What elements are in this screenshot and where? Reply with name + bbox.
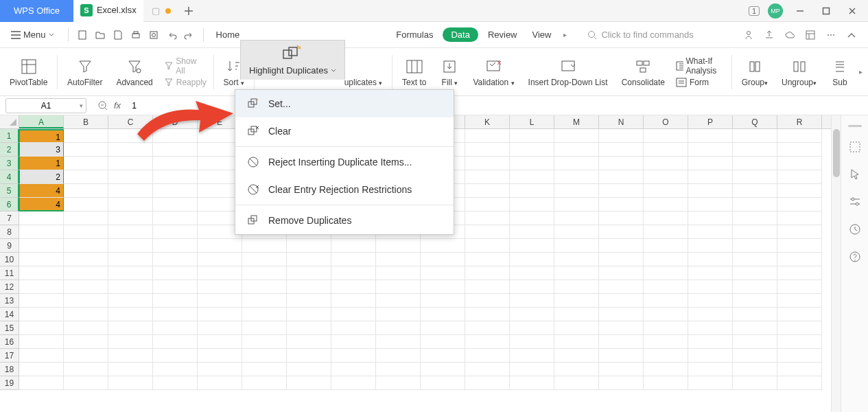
cell[interactable] <box>242 253 287 266</box>
select-all-corner[interactable] <box>0 115 19 128</box>
cell[interactable] <box>19 321 64 335</box>
cell[interactable] <box>554 266 599 280</box>
cell[interactable] <box>153 363 198 376</box>
cell[interactable] <box>688 308 733 321</box>
cell[interactable] <box>733 280 777 294</box>
document-tab[interactable]: S Excel.xlsx <box>73 0 143 22</box>
cell[interactable] <box>733 129 777 143</box>
cell[interactable] <box>198 239 242 253</box>
cell[interactable] <box>510 239 554 253</box>
cell[interactable] <box>777 239 822 253</box>
chevron-down-icon[interactable]: ▾ <box>80 102 83 109</box>
cell[interactable] <box>510 170 554 184</box>
cell[interactable] <box>510 363 554 376</box>
cell[interactable] <box>287 280 331 294</box>
help-icon[interactable] <box>847 249 863 264</box>
cell[interactable] <box>688 294 733 308</box>
cell[interactable]: 1 <box>19 157 64 170</box>
cell[interactable] <box>64 266 108 280</box>
new-tab-button[interactable] <box>180 3 197 19</box>
cell[interactable] <box>108 266 153 280</box>
cell[interactable]: 4 <box>19 198 64 211</box>
cell[interactable] <box>733 294 777 308</box>
cell[interactable] <box>554 143 599 157</box>
ungroup-button[interactable]: Ungroup▾ <box>775 57 823 87</box>
cell[interactable] <box>777 129 822 143</box>
cell[interactable] <box>599 170 644 184</box>
cell[interactable] <box>64 308 108 321</box>
cell[interactable] <box>19 225 64 239</box>
cell[interactable] <box>376 363 421 376</box>
row-header[interactable]: 16 <box>0 335 19 349</box>
cell[interactable] <box>510 143 554 157</box>
cell[interactable] <box>465 198 510 211</box>
cell[interactable] <box>421 280 465 294</box>
cell[interactable] <box>64 225 108 239</box>
cell[interactable] <box>644 198 688 211</box>
save-icon[interactable] <box>111 28 125 42</box>
cell[interactable] <box>153 225 198 239</box>
row-header[interactable]: 3 <box>0 157 19 170</box>
reapply-button[interactable]: Reapply <box>164 78 207 87</box>
row-header[interactable]: 13 <box>0 294 19 308</box>
cell[interactable] <box>554 335 599 349</box>
cell[interactable] <box>733 198 777 211</box>
cell[interactable] <box>108 225 153 239</box>
cell[interactable] <box>64 294 108 308</box>
cell[interactable] <box>64 376 108 390</box>
cell[interactable] <box>376 376 421 390</box>
cell[interactable] <box>510 308 554 321</box>
cell[interactable] <box>554 157 599 170</box>
subtotal-button[interactable]: Sub <box>823 57 856 87</box>
cell[interactable] <box>510 335 554 349</box>
cell[interactable] <box>644 349 688 363</box>
cell[interactable] <box>64 321 108 335</box>
cell[interactable] <box>510 266 554 280</box>
cell[interactable] <box>688 170 733 184</box>
cell[interactable] <box>376 335 421 349</box>
cell[interactable] <box>242 280 287 294</box>
cell[interactable] <box>421 266 465 280</box>
cell[interactable] <box>644 211 688 225</box>
cell[interactable] <box>599 198 644 211</box>
pointer-icon[interactable] <box>847 167 863 182</box>
cell[interactable] <box>510 184 554 198</box>
zoom-formula-icon[interactable] <box>97 100 108 111</box>
cell[interactable] <box>64 335 108 349</box>
cell[interactable] <box>376 266 421 280</box>
cell[interactable] <box>777 321 822 335</box>
cell[interactable] <box>599 376 644 390</box>
cell[interactable] <box>421 349 465 363</box>
text-to-columns-button[interactable]: Text to <box>395 57 433 87</box>
duplicates-button-partial[interactable]: uplicates ▾ <box>344 57 390 87</box>
cell[interactable] <box>688 225 733 239</box>
cell[interactable] <box>554 280 599 294</box>
cell[interactable] <box>19 280 64 294</box>
cell[interactable] <box>644 129 688 143</box>
fill-button[interactable]: Fill ▾ <box>433 57 466 87</box>
cell[interactable] <box>510 321 554 335</box>
cell[interactable] <box>331 363 376 376</box>
cell[interactable] <box>465 143 510 157</box>
cell[interactable] <box>198 376 242 390</box>
cell[interactable] <box>554 349 599 363</box>
user-avatar[interactable]: MP <box>768 3 783 19</box>
cell[interactable] <box>554 376 599 390</box>
row-header[interactable]: 2 <box>0 143 19 157</box>
cell[interactable] <box>465 349 510 363</box>
cell[interactable] <box>242 308 287 321</box>
cell[interactable] <box>64 239 108 253</box>
close-button[interactable] <box>843 2 861 20</box>
cell[interactable] <box>421 239 465 253</box>
cell[interactable] <box>644 225 688 239</box>
cell[interactable] <box>376 280 421 294</box>
cell[interactable] <box>554 225 599 239</box>
window-count-badge[interactable]: 1 <box>749 6 760 16</box>
column-header[interactable]: M <box>554 115 599 128</box>
highlight-duplicates-button[interactable]: Highlight Duplicates <box>240 40 345 80</box>
cell[interactable] <box>421 253 465 266</box>
cell[interactable] <box>242 335 287 349</box>
cell[interactable] <box>554 294 599 308</box>
row-header[interactable]: 10 <box>0 253 19 266</box>
cell[interactable] <box>554 198 599 211</box>
